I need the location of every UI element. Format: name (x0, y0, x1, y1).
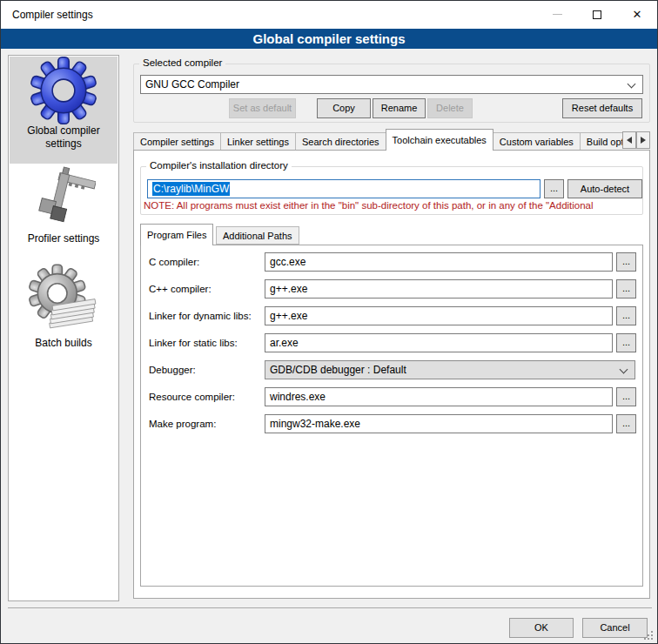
tab-toolchain-executables[interactable]: Toolchain executables (386, 129, 494, 151)
debugger-select-value: GDB/CDB debugger : Default (270, 364, 406, 376)
cpp-compiler-browse-button[interactable]: ... (616, 279, 636, 299)
minimize-button[interactable] (537, 1, 577, 28)
right-triangle-icon (641, 137, 646, 144)
resource-compiler-label: Resource compiler: (149, 387, 264, 406)
set-as-default-button[interactable]: Set as default (229, 98, 296, 118)
installation-note: NOTE: All programs must exist either in … (144, 200, 643, 211)
make-program-input[interactable]: mingw32-make.exe (265, 414, 613, 433)
left-triangle-icon (627, 137, 632, 144)
resource-compiler-browse-button[interactable]: ... (616, 387, 636, 406)
dialog-banner: Global compiler settings (1, 29, 657, 49)
cpp-compiler-input[interactable]: g++.exe (265, 279, 613, 299)
banner-title: Global compiler settings (252, 31, 405, 46)
minimize-icon (553, 14, 562, 15)
installation-directory-browse-button[interactable]: ... (544, 179, 564, 198)
installation-directory-legend: Compiler's installation directory (146, 160, 292, 171)
subtab-program-files[interactable]: Program Files (140, 224, 213, 245)
compiler-select[interactable]: GNU GCC Compiler (140, 75, 643, 94)
tab-search-directories[interactable]: Search directories (295, 132, 386, 151)
c-compiler-label: C compiler: (149, 252, 264, 272)
maximize-icon (593, 10, 601, 19)
compiler-settings-dialog: Compiler settings ✕ Global compiler sett… (0, 0, 658, 644)
auto-detect-button[interactable]: Auto-detect (567, 179, 642, 198)
installation-directory-value: C:\raylib\MinGW (152, 182, 230, 196)
subtab-additional-paths[interactable]: Additional Paths (216, 226, 299, 245)
tab-compiler-settings[interactable]: Compiler settings (133, 132, 221, 151)
static-linker-input[interactable]: ar.exe (265, 333, 613, 352)
window-title: Compiler settings (12, 1, 93, 29)
title-bar[interactable]: Compiler settings ✕ (1, 1, 657, 29)
rename-button[interactable]: Rename (373, 98, 426, 118)
c-compiler-browse-button[interactable]: ... (616, 252, 636, 272)
tab-build-options[interactable]: Build options (580, 132, 622, 151)
ok-button[interactable]: OK (509, 618, 574, 638)
footer-divider (8, 607, 652, 608)
resource-compiler-input[interactable]: windres.exe (265, 387, 613, 406)
cancel-button[interactable]: Cancel (582, 618, 648, 638)
debugger-label: Debugger: (149, 360, 264, 379)
installation-directory-input[interactable]: C:\raylib\MinGW (147, 179, 540, 198)
settings-tabstrip: Compiler settings Linker settings Search… (133, 129, 622, 151)
delete-button[interactable]: Delete (427, 98, 473, 118)
reset-defaults-button[interactable]: Reset defaults (562, 98, 642, 118)
static-linker-browse-button[interactable]: ... (616, 333, 636, 352)
caliper-icon (31, 166, 96, 232)
dynamic-linker-label: Linker for dynamic libs: (149, 306, 264, 325)
dynamic-linker-input[interactable]: g++.exe (265, 306, 613, 325)
static-linker-label: Linker for static libs: (149, 333, 264, 352)
tab-custom-variables[interactable]: Custom variables (493, 132, 581, 151)
blue-gear-icon (30, 57, 97, 124)
debugger-select[interactable]: GDB/CDB debugger : Default (265, 360, 635, 379)
close-icon: ✕ (633, 9, 642, 20)
compiler-select-value: GNU GCC Compiler (145, 78, 239, 91)
make-program-label: Make program: (149, 414, 264, 433)
tab-linker-settings[interactable]: Linker settings (220, 132, 296, 151)
sidebar-item-label: Batch builds (10, 337, 118, 350)
cpp-compiler-label: C++ compiler: (149, 279, 264, 299)
copy-button[interactable]: Copy (317, 98, 371, 118)
batch-builds-icon (29, 264, 98, 337)
chevron-down-icon (628, 80, 636, 89)
maximize-button[interactable] (577, 1, 617, 28)
c-compiler-input[interactable]: gcc.exe (265, 252, 613, 272)
sidebar-item-global-compiler-settings[interactable]: Global compiler settings (10, 57, 118, 164)
make-program-browse-button[interactable]: ... (616, 414, 636, 433)
resize-grip-icon[interactable] (644, 631, 653, 640)
settings-sidebar: Global compiler settings Profiler settin… (8, 55, 119, 601)
sidebar-item-profiler-settings[interactable]: Profiler settings (10, 166, 118, 253)
tab-scroll-left-button[interactable] (622, 131, 636, 149)
dynamic-linker-browse-button[interactable]: ... (616, 306, 636, 325)
tab-scroll-right-button[interactable] (636, 131, 650, 149)
close-button[interactable]: ✕ (617, 1, 657, 28)
sidebar-item-label: Profiler settings (10, 232, 118, 245)
sidebar-item-batch-builds[interactable]: Batch builds (10, 264, 118, 359)
selected-compiler-legend: Selected compiler (139, 57, 225, 68)
chevron-down-icon (620, 366, 628, 374)
sidebar-item-label: Global compiler settings (10, 124, 118, 151)
